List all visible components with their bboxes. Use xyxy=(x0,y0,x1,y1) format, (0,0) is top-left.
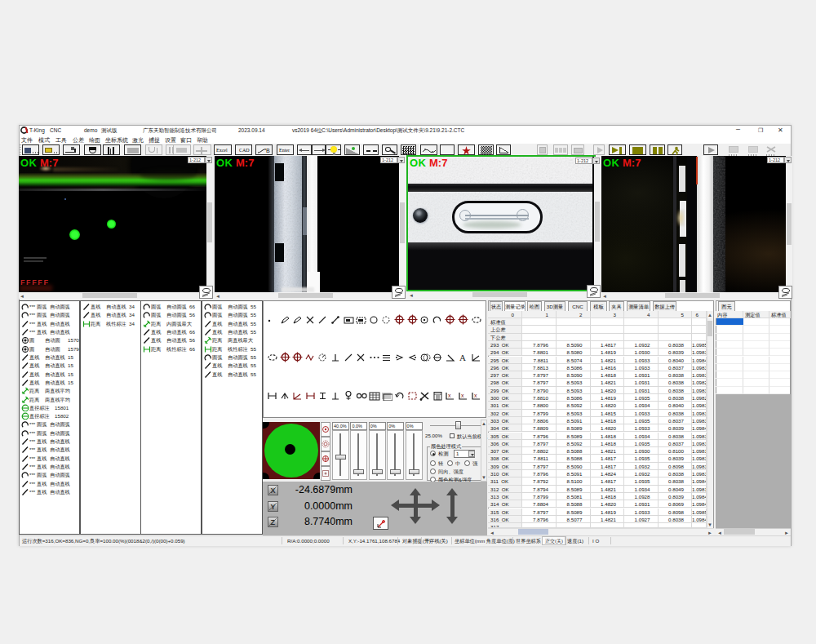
svg-text:x: x xyxy=(461,393,464,398)
svg-text:x: x xyxy=(448,393,451,398)
svg-text:x: x xyxy=(474,393,477,398)
svg-text:A: A xyxy=(459,353,466,362)
svg-text:B: B xyxy=(266,148,270,153)
